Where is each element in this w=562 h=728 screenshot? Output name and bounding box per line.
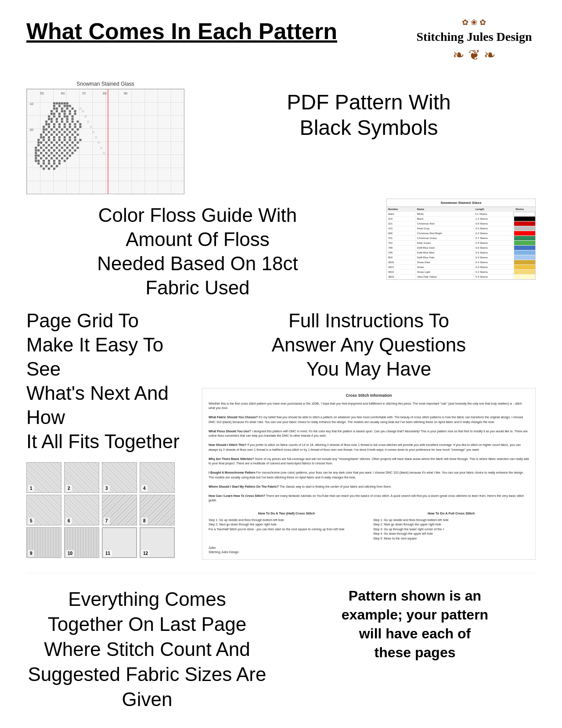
thumb-label-1: 1 xyxy=(28,485,34,492)
svg-rect-171 xyxy=(37,163,40,165)
svg-text:50: 50 xyxy=(40,91,44,95)
svg-rect-13 xyxy=(69,105,71,107)
svg-rect-8 xyxy=(66,102,68,105)
thumbnail-12: 12 xyxy=(140,527,175,558)
svg-rect-52 xyxy=(53,123,55,126)
svg-rect-37 xyxy=(48,118,50,120)
floss-number: 666 xyxy=(387,231,416,235)
svg-rect-159 xyxy=(45,157,47,159)
thumb-label-5: 5 xyxy=(28,518,34,524)
cs-start: Where Should I Start My Pattern On The F… xyxy=(209,485,529,489)
pattern-image-area: Snowman Stained Glass xyxy=(26,81,184,194)
cs-full-step4: Step 4: Go down through the upper left h… xyxy=(373,532,529,536)
svg-rect-7 xyxy=(64,102,66,105)
floss-name: Black xyxy=(416,217,474,221)
floss-color-swatch xyxy=(514,226,535,231)
svg-rect-67 xyxy=(45,129,47,131)
svg-rect-36 xyxy=(72,116,74,118)
svg-rect-111 xyxy=(61,141,63,144)
svg-rect-106 xyxy=(37,141,40,144)
svg-rect-119 xyxy=(58,144,61,146)
floss-row: blanc White 3.1 Skeins xyxy=(387,212,535,217)
floss-number: 799 xyxy=(387,250,416,255)
svg-rect-54 xyxy=(64,123,66,126)
floss-length: 0.3 Skeins xyxy=(474,231,514,235)
floss-row: 310 Black 1.2 Skeins xyxy=(387,217,535,221)
floss-color-swatch xyxy=(514,236,535,240)
svg-rect-60 xyxy=(53,126,55,128)
svg-rect-74 xyxy=(43,131,45,134)
svg-rect-157 xyxy=(35,157,37,159)
thumb-label-2: 2 xyxy=(66,485,72,492)
svg-rect-27 xyxy=(58,113,61,115)
svg-rect-16 xyxy=(61,108,63,110)
svg-rect-172 xyxy=(43,163,45,165)
svg-rect-21 xyxy=(61,110,63,112)
svg-rect-32 xyxy=(53,116,55,118)
floss-number: 701 xyxy=(387,236,416,240)
pdf-title-line1: PDF Pattern With xyxy=(287,91,450,114)
svg-rect-81 xyxy=(40,134,42,136)
svg-text:60: 60 xyxy=(61,91,65,95)
floss-name: Delft Blue Dark xyxy=(416,246,474,250)
floss-length: 0.4 Skeins xyxy=(474,260,514,264)
floss-length: 0.5 Skeins xyxy=(474,226,514,231)
color-guide-title: Color Floss Guide With Amount Of Floss N… xyxy=(26,203,369,300)
svg-rect-109 xyxy=(50,141,53,144)
svg-rect-158 xyxy=(40,157,42,159)
svg-rect-61 xyxy=(58,126,61,128)
floss-name: Ultra Pale Yellow xyxy=(416,275,474,279)
svg-rect-113 xyxy=(72,141,74,144)
floss-number: 3821 xyxy=(387,265,416,269)
cs-half-title: How To Do A Two (Half) Cross Stitch xyxy=(209,511,364,516)
thumbnail-7: 7 xyxy=(102,495,137,525)
pattern-image-label: Snowman Stained Glass xyxy=(26,81,184,87)
floss-name: Delft Blue Med xyxy=(416,250,474,255)
svg-rect-64 xyxy=(74,126,76,128)
floss-number: 3823 xyxy=(387,275,416,279)
instructions-title: Full Instructions To Answer Any Question… xyxy=(202,308,536,381)
svg-rect-26 xyxy=(53,113,55,115)
svg-rect-83 xyxy=(50,134,53,136)
thumbnail-5: 5 xyxy=(26,495,61,525)
svg-rect-123 xyxy=(35,147,37,149)
svg-rect-180 xyxy=(43,168,45,170)
svg-rect-66 xyxy=(43,129,45,131)
thumb-label-6: 6 xyxy=(66,518,72,524)
svg-rect-96 xyxy=(74,136,76,138)
page-grid-text-area: Page Grid To Make It Easy To See What's … xyxy=(26,308,184,558)
svg-rect-165 xyxy=(37,160,40,162)
floss-color-swatch xyxy=(514,250,535,255)
svg-rect-71 xyxy=(66,129,68,131)
svg-rect-17 xyxy=(66,108,68,110)
svg-rect-97 xyxy=(37,139,40,141)
svg-rect-156 xyxy=(69,155,71,157)
svg-rect-177 xyxy=(45,165,47,167)
floss-number: blanc xyxy=(387,212,415,216)
floss-table-header: Number Name Length Skeins xyxy=(387,207,535,212)
section-bottom: Everything Comes Together On Last Page W… xyxy=(26,573,536,712)
page: What Comes In Each Pattern ✿ ❀ ✿ Stitchi… xyxy=(0,0,562,728)
svg-rect-79 xyxy=(69,131,71,134)
floss-guide-image: Snowman Stained Glass Number Name Length… xyxy=(386,199,536,280)
floss-row: 798 Delft Blue Dark 0.6 Skeins xyxy=(387,246,535,250)
svg-rect-152 xyxy=(48,155,50,157)
svg-rect-160 xyxy=(50,157,53,159)
svg-rect-132 xyxy=(35,149,37,152)
floss-length: 1.2 Skeins xyxy=(474,217,514,221)
svg-rect-115 xyxy=(37,144,40,146)
svg-rect-162 xyxy=(61,157,63,159)
svg-rect-5 xyxy=(58,102,61,105)
svg-rect-138 xyxy=(64,149,66,152)
floss-row: 3821 Straw 0.3 Skeins xyxy=(387,265,535,270)
svg-rect-112 xyxy=(66,141,68,144)
svg-rect-149 xyxy=(35,155,37,157)
svg-rect-151 xyxy=(43,155,45,157)
svg-rect-88 xyxy=(77,134,79,136)
everything-title: Everything Comes Together On Last Page W… xyxy=(26,587,268,712)
svg-rect-12 xyxy=(66,105,68,107)
svg-rect-167 xyxy=(48,160,50,162)
svg-rect-103 xyxy=(69,139,71,141)
svg-rect-87 xyxy=(72,134,74,136)
svg-rect-31 xyxy=(48,116,50,118)
